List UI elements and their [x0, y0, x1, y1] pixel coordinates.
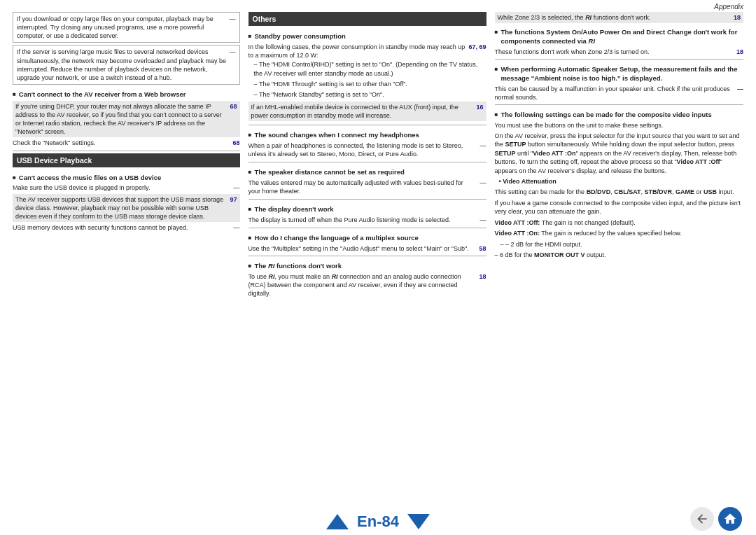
functions-block-num: 18	[736, 48, 743, 56]
home-icon	[723, 512, 737, 526]
video-off-text: The gain is not changed (default).	[542, 219, 636, 226]
footer-icons	[690, 507, 742, 531]
speaker-block: The values entered may be automatically …	[248, 179, 486, 195]
cant-connect-block1-text: If you're using DHCP, your router may no…	[15, 102, 226, 137]
left-column: If you download or copy large files on y…	[13, 12, 240, 508]
usb-block2-num: 97	[230, 195, 237, 204]
cant-connect-block1-num: 68	[230, 102, 237, 111]
usb-block1-num: —	[234, 183, 240, 192]
standby-highlight-text: If an MHL-enabled mobile device is conne…	[251, 103, 472, 120]
top-block-2-num: —	[230, 48, 236, 82]
sound-block: When a pair of headphones is connected, …	[248, 141, 486, 158]
sound-heading: The sound changes when I connect my head…	[248, 131, 486, 140]
top-block-1-num: —	[230, 15, 236, 40]
standby-highlight-num: 16	[477, 103, 484, 111]
cant-connect-heading-text: Can't connect to the AV receiver from a …	[19, 90, 186, 99]
cant-connect-block2: Check the "Network" settings. 68	[13, 139, 240, 147]
next-page-button[interactable]	[407, 514, 430, 529]
functions-block: These functions don't work when Zone 2/3…	[495, 48, 743, 56]
standby-heading-text: Standby power consumption	[254, 32, 345, 41]
speaker-setup-block-text: This can be caused by a malfunction in y…	[495, 85, 734, 102]
speaker-setup-heading: When performing Automatic Speaker Setup,…	[495, 65, 743, 83]
mid-column: Others Standby power consumption In the …	[248, 12, 486, 508]
home-button[interactable]	[718, 507, 742, 531]
display-block-num: —	[480, 216, 486, 224]
back-button[interactable]	[690, 507, 714, 531]
prev-page-button[interactable]	[326, 514, 349, 529]
composite-block3: This setting can be made for the BD/DVD,…	[495, 188, 743, 196]
footer-nav: En-84	[326, 513, 430, 531]
speaker-heading-text: The speaker distance cannot be set as re…	[254, 168, 404, 177]
divider-mid-1	[248, 125, 486, 125]
divider-mid-4	[248, 228, 486, 228]
standby-list3: The "Network Standby" setting is set to …	[248, 90, 486, 99]
cant-connect-heading: Can't connect to the AV receiver from a …	[13, 90, 240, 99]
video-list1: – 2 dB for the HDMI output.	[495, 240, 743, 249]
zone-block-text: While Zone 2/3 is selected, the RI funct…	[498, 13, 729, 22]
speaker-setup-heading-text: When performing Automatic Speaker Setup,…	[500, 65, 743, 83]
usb-block3: USB memory devices with security functio…	[13, 223, 240, 232]
divider-mid-3	[248, 199, 486, 200]
top-block-1: If you download or copy large files on y…	[13, 12, 240, 43]
video-att-label: Video Attenuation	[495, 177, 743, 186]
functions-heading-text: The functions System On/Auto Power On an…	[500, 28, 743, 46]
video-off-label: Video ATT :Off:	[495, 219, 540, 226]
video-off-row: Video ATT :Off: The gain is not changed …	[495, 218, 743, 227]
divider-right-1	[495, 59, 743, 60]
video-on-text: The gain is reduced by the values specif…	[541, 230, 682, 237]
usb-block2: The AV receiver supports USB devices tha…	[13, 194, 240, 222]
speaker-block-num: —	[480, 179, 486, 187]
header-title: Appendix	[714, 3, 743, 11]
usb-block2-text: The AV receiver supports USB devices tha…	[15, 195, 226, 221]
top-block-2: If the server is serving large music fil…	[13, 45, 240, 85]
display-block: The display is turned off when the Pure …	[248, 216, 486, 224]
cant-connect-block1: If you're using DHCP, your router may no…	[13, 101, 240, 138]
top-block-1-text: If you download or copy large files on y…	[17, 15, 230, 40]
functions-heading: The functions System On/Auto Power On an…	[495, 28, 743, 46]
others-section-header: Others	[248, 12, 486, 26]
multiplex-block-num: 58	[479, 244, 486, 253]
standby-list2: The "HDMI Through" setting is set to oth…	[248, 80, 486, 88]
sound-heading-text: The sound changes when I connect my head…	[254, 131, 419, 140]
functions-block-text: These functions don't work when Zone 2/3…	[495, 48, 734, 56]
usb-section-header: USB Device Playback	[13, 153, 240, 167]
divider-mid-5	[248, 256, 486, 256]
divider-1	[13, 151, 240, 151]
video-on-row: Video ATT :On: The gain is reduced by th…	[495, 229, 743, 237]
speaker-block-text: The values entered may be automatically …	[248, 179, 476, 195]
standby-highlight: If an MHL-enabled mobile device is conne…	[248, 102, 486, 121]
usb-block3-text: USB memory devices with security functio…	[13, 223, 230, 232]
multiplex-heading-text: How do I change the language of a multip…	[254, 234, 418, 243]
usb-block3-num: —	[234, 223, 240, 232]
footer: En-84	[0, 508, 756, 535]
speaker-setup-block: This can be caused by a malfunction in y…	[495, 85, 743, 102]
zone-block-num: 18	[734, 13, 741, 22]
video-list2: – 6 dB for the MONITOR OUT V output.	[495, 251, 743, 259]
page-label: En-84	[357, 513, 399, 531]
top-block-2-row: If the server is serving large music fil…	[17, 48, 236, 82]
usb-block1: Make sure the USB device is plugged in p…	[13, 183, 240, 192]
composite-heading-text: The following settings can be made for t…	[500, 111, 711, 120]
sound-block-text: When a pair of headphones is connected, …	[248, 141, 476, 158]
main-content: If you download or copy large files on y…	[0, 12, 756, 508]
divider-right-2	[495, 104, 743, 105]
ri-heading-text: The RI functions don't work	[254, 262, 342, 271]
top-block-2-text: If the server is serving large music fil…	[17, 48, 230, 82]
page: Appendix If you download or copy large f…	[0, 0, 756, 535]
top-block-1-row: If you download or copy large files on y…	[17, 15, 236, 40]
usb-sub1-heading-text: Can't access the music files on a USB de…	[19, 174, 161, 183]
zone-block: While Zone 2/3 is selected, the RI funct…	[495, 12, 743, 23]
others-section-header-text: Others	[253, 15, 276, 23]
right-column: While Zone 2/3 is selected, the RI funct…	[495, 12, 743, 508]
usb-block1-text: Make sure the USB device is plugged in p…	[13, 183, 230, 192]
standby-heading: Standby power consumption	[248, 32, 486, 41]
speaker-heading: The speaker distance cannot be set as re…	[248, 168, 486, 177]
standby-list1: The "HDMI Control(RIHD)" setting is set …	[248, 60, 486, 78]
composite-block1: You must use the buttons on the unit to …	[495, 121, 743, 130]
video-on-label: Video ATT :On:	[495, 230, 540, 237]
composite-heading: The following settings can be made for t…	[495, 111, 743, 120]
video-att-label-text: Video Attenuation	[503, 178, 556, 185]
speaker-setup-block-num: —	[737, 85, 743, 102]
sound-block-num: —	[480, 141, 486, 150]
standby-block1-num: 67, 69	[469, 43, 486, 60]
